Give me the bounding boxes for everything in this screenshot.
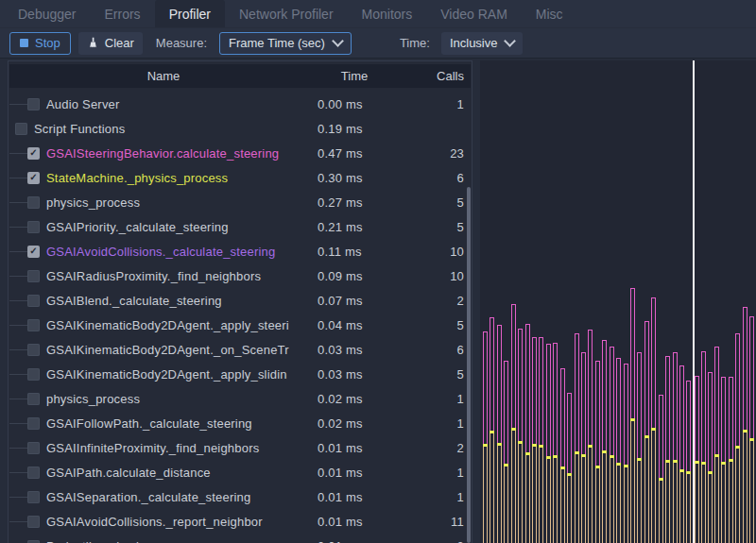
frame-bar-upper[interactable] (610, 347, 614, 456)
clear-button[interactable]: Clear (78, 32, 143, 55)
frame-bar-lower[interactable] (673, 461, 678, 543)
time-column-header[interactable]: Time (318, 69, 391, 83)
frame-bar-lower[interactable] (553, 456, 558, 543)
frame-bar-lower[interactable] (637, 459, 642, 543)
frame-bar-lower[interactable] (602, 451, 607, 543)
row-checkbox[interactable] (27, 221, 40, 233)
frame-bar-lower[interactable] (659, 479, 663, 543)
table-row[interactable]: GSAIAvoidCollisions._report_neighbor0.01… (9, 509, 471, 534)
tab-monitors[interactable]: Monitors (348, 0, 427, 27)
frame-bar-upper[interactable] (644, 321, 649, 436)
frame-bar-lower[interactable] (497, 444, 502, 543)
table-row[interactable]: GSAIKinematicBody2DAgent._apply_steeri0.… (9, 313, 471, 337)
frame-bar-lower[interactable] (630, 419, 635, 543)
row-checkbox[interactable] (27, 98, 40, 110)
frame-bar-lower[interactable] (624, 466, 628, 543)
row-checkbox[interactable] (27, 270, 40, 282)
frame-bar-lower[interactable] (729, 460, 733, 543)
frame-bar-upper[interactable] (695, 376, 699, 462)
table-row[interactable]: GSAIPath.calculate_distance0.01 ms1 (9, 460, 471, 484)
frame-bar-upper[interactable] (546, 344, 551, 457)
frame-bar-upper[interactable] (729, 377, 733, 460)
row-checkbox[interactable] (27, 295, 40, 307)
frame-cursor-line[interactable] (693, 60, 695, 543)
frame-bar-upper[interactable] (525, 324, 530, 453)
frame-bar-lower[interactable] (743, 431, 747, 543)
frame-bar-lower[interactable] (644, 436, 649, 543)
frame-bar-upper[interactable] (679, 365, 684, 470)
stop-button[interactable]: Stop (9, 32, 71, 55)
frame-bar-upper[interactable] (659, 395, 663, 479)
row-checkbox[interactable]: ✓ (27, 147, 40, 160)
frame-bar-lower[interactable] (490, 432, 494, 543)
frame-bar-lower[interactable] (546, 457, 551, 543)
frame-bar-lower[interactable] (575, 452, 579, 543)
frame-bar-lower[interactable] (749, 439, 754, 543)
frame-bar-upper[interactable] (749, 316, 754, 439)
row-checkbox[interactable]: ✓ (27, 172, 40, 184)
frame-bar-lower[interactable] (581, 455, 586, 543)
row-checkbox[interactable] (27, 540, 40, 543)
frame-bar-lower[interactable] (567, 474, 572, 543)
frame-bar-lower[interactable] (721, 463, 726, 543)
frame-bar-lower[interactable] (532, 445, 537, 543)
frame-bar-upper[interactable] (560, 368, 565, 467)
table-row[interactable]: GSAIInfiniteProximity._find_neighbors0.0… (9, 435, 471, 460)
row-checkbox[interactable] (27, 368, 40, 381)
frame-bar-lower[interactable] (518, 442, 523, 543)
frame-bar-lower[interactable] (701, 463, 706, 543)
row-checkbox[interactable] (15, 123, 27, 135)
frame-bar-lower[interactable] (539, 446, 543, 543)
frame-bar-upper[interactable] (553, 343, 558, 456)
table-row[interactable]: ✓GSAIAvoidCollisions._calculate_steering… (9, 239, 471, 263)
frame-bar-upper[interactable] (532, 337, 537, 445)
frame-bar-upper[interactable] (602, 340, 607, 451)
frame-bar-upper[interactable] (624, 364, 628, 466)
frame-bar-upper[interactable] (483, 331, 488, 445)
table-row[interactable]: GSAISeparation._calculate_steering0.01 m… (9, 484, 471, 509)
frame-bar-upper[interactable] (518, 329, 523, 442)
row-checkbox[interactable] (27, 344, 40, 356)
row-checkbox[interactable]: ✓ (27, 246, 40, 258)
frame-bar-upper[interactable] (686, 381, 691, 472)
frame-bar-upper[interactable] (701, 351, 706, 463)
frame-bar-upper[interactable] (567, 393, 572, 474)
frame-bar-upper[interactable] (511, 304, 516, 429)
table-row[interactable]: GSAIBlend._calculate_steering0.07 ms2 (9, 288, 471, 313)
frame-bar-upper[interactable] (616, 358, 621, 464)
table-row[interactable]: ✓GSAISteeringBehavior.calculate_steering… (9, 141, 471, 165)
table-row[interactable]: GSAIFollowPath._calculate_steering0.02 m… (9, 411, 471, 435)
tab-video-ram[interactable]: Video RAM (426, 0, 522, 27)
row-checkbox[interactable] (27, 417, 40, 430)
frame-bar-upper[interactable] (651, 297, 656, 429)
tab-profiler[interactable]: Profiler (155, 0, 225, 27)
tab-debugger[interactable]: Debugger (4, 0, 91, 27)
row-checkbox[interactable] (27, 491, 40, 503)
frame-bar-lower[interactable] (483, 445, 488, 543)
tab-misc[interactable]: Misc (522, 0, 577, 27)
frame-bar-lower[interactable] (616, 464, 621, 543)
frame-bar-lower[interactable] (610, 456, 614, 543)
row-checkbox[interactable] (27, 442, 40, 454)
frame-bar-upper[interactable] (637, 352, 642, 459)
frame-bar-lower[interactable] (511, 429, 516, 543)
frame-bar-upper[interactable] (490, 317, 494, 432)
table-row[interactable]: physics_process0.27 ms5 (9, 190, 471, 214)
table-row[interactable]: GSAIPriority._calculate_steering0.21 ms5 (9, 214, 471, 239)
table-row[interactable]: Audio Server0.00 ms1 (9, 92, 471, 116)
frame-bar-upper[interactable] (504, 361, 508, 465)
frame-bar-lower[interactable] (695, 462, 699, 543)
profiler-graph[interactable] (480, 60, 756, 543)
frame-bar-lower[interactable] (735, 447, 740, 543)
row-checkbox[interactable] (27, 467, 40, 479)
frame-bar-lower[interactable] (708, 472, 713, 543)
frame-bar-upper[interactable] (708, 372, 713, 472)
frame-bar-upper[interactable] (575, 333, 579, 452)
time-dropdown[interactable]: Inclusive (441, 32, 524, 55)
frame-bar-lower[interactable] (588, 446, 593, 543)
table-row[interactable]: Projectile._physics_process0.01 ms2 (9, 534, 471, 543)
row-checkbox[interactable] (27, 196, 40, 209)
tree-scrollbar[interactable] (467, 187, 471, 543)
table-row[interactable]: GSAIKinematicBody2DAgent._on_SceneTr0.03… (9, 337, 471, 362)
frame-bar-upper[interactable] (665, 356, 670, 461)
